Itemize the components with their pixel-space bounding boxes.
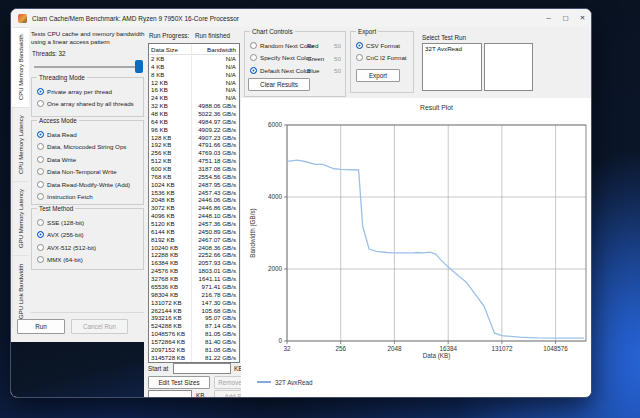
- table-row[interactable]: 524288 KB87.14 GB/s: [149, 322, 239, 330]
- radio-button-icon[interactable]: [37, 231, 44, 238]
- table-row[interactable]: 3145728 KB81.22 GB/s: [149, 354, 239, 362]
- radio-random-next-color[interactable]: Random Next Color: [250, 41, 305, 49]
- table-row[interactable]: 4 KBN/A: [149, 63, 239, 71]
- radio-private-array-per-thread[interactable]: Private array per thread: [37, 87, 141, 95]
- cell-data-size: 16384 KB: [149, 259, 178, 267]
- table-row[interactable]: 48 KB5022.36 GB/s: [149, 110, 239, 118]
- radio-button-icon[interactable]: [37, 244, 44, 251]
- tab-cpu-memory-latency[interactable]: CPU Memory Latency: [12, 107, 29, 181]
- table-row[interactable]: 192 KB4791.66 GB/s: [149, 141, 239, 149]
- table-row[interactable]: 256 KB4769.03 GB/s: [149, 149, 239, 157]
- radio-avx-256-bit-[interactable]: AVX (256-bit): [37, 231, 141, 239]
- table-row[interactable]: 16384 KB2057.93 GB/s: [149, 259, 239, 267]
- table-row[interactable]: 1024 KB2487.95 GB/s: [149, 181, 239, 189]
- start-at-input[interactable]: [173, 363, 231, 374]
- radio-mmx-64-bit-[interactable]: MMX (64-bit): [37, 256, 141, 264]
- table-row[interactable]: 2 KBN/A: [149, 55, 239, 63]
- table-row[interactable]: 3072 KB2446.86 GB/s: [149, 204, 239, 212]
- color-label: Blue: [307, 67, 319, 74]
- tab-gpu-link-bandwidth[interactable]: GPU Link Bandwidth: [12, 255, 29, 327]
- minimize-icon[interactable]: ─: [540, 9, 557, 27]
- table-row[interactable]: 64 KB4984.97 GB/s: [149, 118, 239, 126]
- radio-button-icon[interactable]: [37, 181, 44, 188]
- test-run-listbox[interactable]: 32T AvxRead: [422, 43, 482, 91]
- maximize-icon[interactable]: ▢: [557, 9, 574, 27]
- table-row[interactable]: 8 KBN/A: [149, 71, 239, 79]
- table-row[interactable]: 4096 KB2448.10 GB/s: [149, 212, 239, 220]
- radio-button-icon[interactable]: [37, 88, 44, 95]
- table-row[interactable]: 98304 KB216.78 GB/s: [149, 291, 239, 299]
- radio-instruction-fetch[interactable]: Instruction Fetch: [37, 193, 141, 201]
- table-row[interactable]: 16 KBN/A: [149, 86, 239, 94]
- radio-button-icon[interactable]: [37, 143, 44, 150]
- column-data-size[interactable]: Data Size: [149, 44, 178, 54]
- table-row[interactable]: 96 KB4909.22 GB/s: [149, 126, 239, 134]
- radio-data-microcoded-string-ops[interactable]: Data, Microcoded String Ops: [37, 143, 141, 151]
- table-row[interactable]: 24576 KB1803.01 GB/s: [149, 267, 239, 275]
- table-row[interactable]: 2048 KB2446.06 GB/s: [149, 196, 239, 204]
- table-row[interactable]: 6144 KB2450.89 GB/s: [149, 228, 239, 236]
- table-header[interactable]: Data Size Bandwidth: [149, 44, 239, 55]
- tab-cpu-memory-bandwidth[interactable]: CPU Memory Bandwidth: [12, 27, 29, 107]
- table-row[interactable]: 32 KB4988.06 GB/s: [149, 102, 239, 110]
- radio-default-next-color[interactable]: Default Next Color: [250, 66, 305, 74]
- table-row[interactable]: 10240 KB2408.36 GB/s: [149, 244, 239, 252]
- table-row[interactable]: 12288 KB2252.66 GB/s: [149, 251, 239, 259]
- radio-data-write[interactable]: Data Write: [37, 155, 141, 163]
- size-bandwidth-table[interactable]: Data Size Bandwidth 2 KBN/A4 KBN/A8 KBN/…: [148, 43, 240, 363]
- add-size-input[interactable]: [148, 390, 192, 398]
- table-row[interactable]: 512 KB4751.18 GB/s: [149, 157, 239, 165]
- table-row[interactable]: 32768 KB1641.11 GB/s: [149, 275, 239, 283]
- radio-button-icon[interactable]: [250, 67, 257, 74]
- threads-slider-thumb[interactable]: [135, 60, 143, 73]
- clear-results-button[interactable]: Clear Results: [248, 78, 310, 91]
- radio-button-icon[interactable]: [37, 256, 44, 263]
- close-icon[interactable]: ✕: [574, 9, 591, 27]
- radio-button-icon[interactable]: [37, 219, 44, 226]
- test-run-item[interactable]: 32T AvxRead: [423, 44, 481, 53]
- radio-data-read[interactable]: Data Read: [37, 130, 141, 138]
- threading-mode-group: Threading Mode Private array per threadO…: [31, 77, 144, 117]
- title-bar[interactable]: Clam Cache/Mem Benchmark: AMD Ryzen 9 79…: [11, 9, 591, 27]
- table-row[interactable]: 600 KB3187.08 GB/s: [149, 165, 239, 173]
- radio-data-read-modify-write-add-[interactable]: Data Read-Modify-Write (Add): [37, 180, 141, 188]
- run-button[interactable]: Run: [17, 319, 65, 334]
- radio-sse-128-bit-[interactable]: SSE (128-bit): [37, 218, 141, 226]
- radio-csv-format[interactable]: CSV Format: [356, 41, 411, 49]
- secondary-listbox[interactable]: [484, 43, 533, 91]
- radio-data-non-temporal-write[interactable]: Data Non-Temporal Write: [37, 168, 141, 176]
- radio-cnc-i2-format[interactable]: CnC I2 Format: [356, 54, 411, 62]
- radio-button-icon[interactable]: [37, 131, 44, 138]
- radio-button-icon[interactable]: [37, 156, 44, 163]
- radio-button-icon[interactable]: [356, 54, 363, 61]
- table-row[interactable]: 768 KB2554.56 GB/s: [149, 173, 239, 181]
- radio-avx-512-512-bit-[interactable]: AVX-512 (512-bit): [37, 243, 141, 251]
- table-row[interactable]: 393216 KB95.07 GB/s: [149, 314, 239, 322]
- export-button[interactable]: Export: [356, 69, 400, 82]
- edit-test-sizes-button[interactable]: Edit Test Sizes: [148, 376, 210, 389]
- table-row[interactable]: 65536 KB971.41 GB/s: [149, 283, 239, 291]
- radio-button-icon[interactable]: [356, 42, 363, 49]
- radio-button-icon[interactable]: [250, 54, 257, 61]
- table-row[interactable]: 12 KBN/A: [149, 79, 239, 87]
- table-row[interactable]: 262144 KB105.68 GB/s: [149, 307, 239, 315]
- radio-button-icon[interactable]: [250, 42, 257, 49]
- radio-specify-next-color[interactable]: Specify Next Color: [250, 54, 305, 62]
- table-row[interactable]: 8192 KB2467.07 GB/s: [149, 236, 239, 244]
- table-row[interactable]: 128 KB4907.23 GB/s: [149, 134, 239, 142]
- radio-button-icon[interactable]: [37, 168, 44, 175]
- table-row[interactable]: 131072 KB147.30 GB/s: [149, 299, 239, 307]
- threads-slider[interactable]: [34, 66, 142, 68]
- table-row[interactable]: 1572864 KB81.40 GB/s: [149, 338, 239, 346]
- table-row[interactable]: 5120 KB2457.36 GB/s: [149, 220, 239, 228]
- radio-button-icon[interactable]: [37, 100, 44, 107]
- table-row[interactable]: 1536 KB2457.43 GB/s: [149, 189, 239, 197]
- radio-button-icon[interactable]: [37, 193, 44, 200]
- tab-gpu-memory-latency[interactable]: GPU Memory Latency: [12, 181, 29, 255]
- column-bandwidth[interactable]: Bandwidth: [178, 44, 239, 54]
- table-row[interactable]: 24 KBN/A: [149, 94, 239, 102]
- radio-one-array-shared-by-all-threads[interactable]: One array shared by all threads: [37, 100, 141, 108]
- color-field-red: Red50: [307, 42, 341, 49]
- table-row[interactable]: 2097152 KB81.08 GB/s: [149, 346, 239, 354]
- table-row[interactable]: 1048576 KB81.05 GB/s: [149, 330, 239, 338]
